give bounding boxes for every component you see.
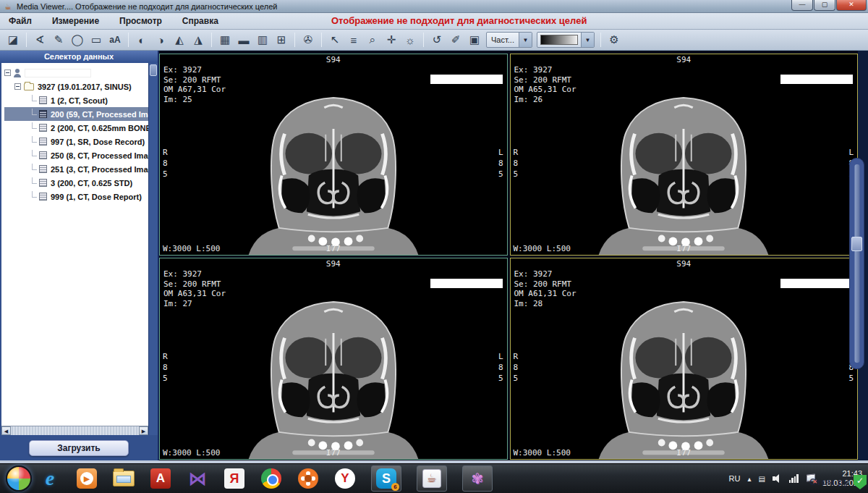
menu-measure[interactable]: Измерение xyxy=(52,16,99,26)
tree-series-node[interactable]: 251 (3, CT, Processed Images) xyxy=(4,162,148,176)
ct-panel-3[interactable]: S94 Ex: 3927Se: 200 RFMTOM A63,31 CorIm:… xyxy=(159,258,508,460)
adobe-reader-icon[interactable]: A xyxy=(150,468,171,489)
volume-icon[interactable] xyxy=(773,474,782,483)
menu-help[interactable]: Справка xyxy=(182,16,218,26)
settings-gear-icon[interactable]: ⚙ xyxy=(605,31,624,49)
pointer-icon[interactable]: ↖ xyxy=(326,31,344,49)
ct-panel-1[interactable]: S94 Ex: 3927Se: 200 RFMTOM A67,31 CorIm:… xyxy=(159,54,508,256)
patient-info-redaction-box xyxy=(430,75,503,84)
layout-2x2-icon[interactable]: ⊞ xyxy=(272,31,291,49)
taskbar-app-tray-icon[interactable]: ▤ xyxy=(758,475,765,483)
series-scrollbar[interactable] xyxy=(849,158,864,369)
tree-label: 2 (200, CT, 0.625mm BONE PLU xyxy=(51,124,148,132)
exam-meta-overlay: Ex: 3927Se: 200 RFMTOM A63,31 CorIm: 27 xyxy=(163,269,226,308)
tree-label: 997 (1, SR, Dose Record) xyxy=(51,138,145,146)
media-player-icon[interactable]: ▶ xyxy=(76,468,98,489)
toolbar-separator xyxy=(294,33,295,47)
window-level-icon[interactable]: ☼ xyxy=(401,31,420,49)
window-preset-gradient-dropdown[interactable]: ▼ xyxy=(537,32,595,48)
tree-connector xyxy=(32,191,37,198)
maximize-button[interactable]: ▢ xyxy=(814,0,835,11)
scrollbar-thumb[interactable] xyxy=(851,237,862,251)
menu-file[interactable]: Файл xyxy=(9,16,32,26)
tree-series-node[interactable]: 997 (1, SR, Dose Record) xyxy=(4,135,148,148)
paint-taskbar-button[interactable]: ✾ xyxy=(462,465,493,492)
series-icon xyxy=(39,110,47,118)
skype-taskbar-button[interactable]: S xyxy=(371,465,401,492)
tree-label: 250 (8, CT, Processed Images) xyxy=(51,151,148,160)
collapse-toggle-icon[interactable] xyxy=(14,83,21,90)
snapshot-icon[interactable]: ▣ xyxy=(465,31,484,49)
media-viewer-window: ☕ Media Viewer.... Отображение не подход… xyxy=(0,0,868,493)
flip-horizontal-icon[interactable]: ◭ xyxy=(170,31,189,49)
chevron-down-icon[interactable]: ▼ xyxy=(519,33,532,47)
preset-dropdown[interactable]: Част... ▼ xyxy=(486,32,532,48)
scrollbar-thumb[interactable] xyxy=(150,64,157,76)
tree-series-node[interactable]: 3 (200, CT, 0.625 STD) xyxy=(4,176,148,190)
yandex-browser-icon[interactable]: Я xyxy=(224,468,245,489)
rotate-3d-right-icon[interactable]: ◑ xyxy=(151,31,170,49)
tree-series-node-selected[interactable]: 200 (59, CT, Processed Images xyxy=(4,107,148,121)
ct-panel-2[interactable]: S94 Ex: 3927Se: 200 RFMTOM A65,31 CorIm:… xyxy=(510,54,859,256)
chevron-down-icon[interactable]: ▼ xyxy=(581,33,594,47)
tree-label: 251 (3, CT, Processed Images) xyxy=(51,165,148,174)
menu-view[interactable]: Просмотр xyxy=(119,16,162,26)
stack-scroll-icon[interactable]: ≡ xyxy=(344,31,363,49)
tree-horizontal-scrollbar[interactable]: ◀ ▶ xyxy=(1,426,148,435)
zoom-icon[interactable]: ⌕ xyxy=(363,31,382,49)
start-button[interactable] xyxy=(6,465,32,492)
media-reel-app-icon[interactable] xyxy=(297,468,319,489)
tree-label: 1 (2, CT, Scout) xyxy=(51,96,108,105)
minimize-button[interactable]: — xyxy=(791,0,813,11)
exam-meta-overlay: Ex: 3927Se: 200 RFMTOM A61,31 CorIm: 28 xyxy=(514,269,576,308)
tree-label: 999 (1, CT, Dose Report) xyxy=(51,193,142,201)
ellipse-roi-icon[interactable]: ◯ xyxy=(68,31,87,49)
angle-measure-icon[interactable]: ∢ xyxy=(30,31,49,49)
rectangle-roi-icon[interactable]: ▭ xyxy=(87,31,106,49)
title-bar: ☕ Media Viewer.... Отображение не подход… xyxy=(0,0,868,13)
tree-connector xyxy=(32,136,37,143)
close-button[interactable]: ✕ xyxy=(836,0,867,11)
language-indicator[interactable]: RU xyxy=(729,474,741,483)
tree-connector xyxy=(32,150,37,156)
network-signal-icon[interactable] xyxy=(789,474,799,483)
scroll-left-arrow-icon[interactable]: ◀ xyxy=(1,426,11,435)
tree-series-node[interactable]: 2 (200, CT, 0.625mm BONE PLU xyxy=(4,121,148,135)
pan-icon[interactable]: ✛ xyxy=(382,31,401,49)
ct-panel-4[interactable]: S94 Ex: 3927Se: 200 RFMTOM A61,31 CorIm:… xyxy=(510,258,859,460)
exam-meta-overlay: Ex: 3927Se: 200 RFMTOM A65,31 CorIm: 26 xyxy=(514,65,576,104)
cine-icon[interactable]: ✇ xyxy=(299,31,318,49)
patient-icon xyxy=(14,69,21,77)
java-app-taskbar-button[interactable]: ☕ xyxy=(417,465,447,492)
export-image-icon[interactable]: ◪ xyxy=(4,31,22,49)
hidden-icons-arrow[interactable]: ▴ xyxy=(747,475,751,483)
rotate-3d-left-icon[interactable]: ◐ xyxy=(132,31,151,49)
collapse-toggle-icon[interactable] xyxy=(4,69,11,76)
reset-icon[interactable]: ↺ xyxy=(427,31,446,49)
tree-root-patient[interactable] xyxy=(4,66,148,80)
series-layout-icon[interactable]: ▥ xyxy=(253,31,272,49)
tree-series-node[interactable]: 999 (1, CT, Dose Report) xyxy=(4,190,148,203)
app-java-icon: ☕ xyxy=(3,1,13,12)
tree-series-node[interactable]: 1 (2, CT, Scout) xyxy=(4,93,148,107)
kmplayer-icon[interactable]: ⋈ xyxy=(187,468,208,489)
ruler-icon[interactable]: ▬ xyxy=(234,31,253,49)
toolbar-separator xyxy=(26,33,27,47)
load-button[interactable]: Загрузить xyxy=(29,440,129,456)
grid-icon[interactable]: ▦ xyxy=(216,31,234,49)
scrollbar-rail xyxy=(854,164,859,363)
tree-vertical-scrollbar[interactable] xyxy=(148,63,158,476)
orientation-marker-left: L 8 5 xyxy=(498,351,503,384)
annotate-pencil-icon[interactable]: ✐ xyxy=(446,31,465,49)
tree-series-node[interactable]: 250 (8, CT, Processed Images) xyxy=(4,148,148,162)
yandex-search-icon[interactable]: Y xyxy=(334,468,356,489)
tree-study-node[interactable]: 3927 (19.01.2017, SINUS) xyxy=(4,80,148,93)
file-explorer-icon[interactable] xyxy=(113,468,135,489)
internet-explorer-icon[interactable]: e xyxy=(39,468,61,489)
text-annotation-icon[interactable]: aA xyxy=(106,31,124,49)
flip-vertical-icon[interactable]: ◮ xyxy=(189,31,208,49)
exam-meta-overlay: Ex: 3927Se: 200 RFMTOM A67,31 CorIm: 25 xyxy=(163,65,226,104)
distance-measure-icon[interactable]: ✎ xyxy=(49,31,68,49)
scroll-right-arrow-icon[interactable]: ▶ xyxy=(139,426,148,435)
chrome-icon[interactable] xyxy=(260,468,282,489)
